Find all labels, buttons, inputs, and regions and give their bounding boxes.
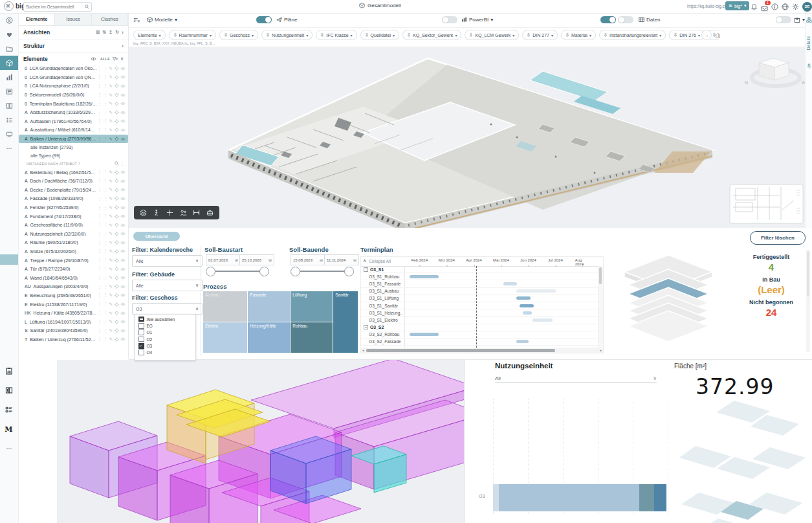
edit-icon[interactable]: ✎ (109, 284, 113, 289)
target-icon[interactable] (115, 240, 119, 245)
kebab-icon[interactable]: ⋮ (98, 214, 102, 219)
profile-icon[interactable] (0, 13, 18, 27)
element-list-item[interactable]: A_Tür (578/27/2234/0) ⋮ ⋮ ✎ (19, 265, 128, 274)
target-icon[interactable] (115, 320, 119, 324)
kebab-icon[interactable]: ⋮ (98, 337, 102, 342)
edit-icon[interactable]: ✎ (109, 137, 113, 142)
element-list-item[interactable]: 0_LCA Grundlagendaten von QNG (... ⋮ ⋮ ✎ (19, 73, 128, 82)
kebab-icon[interactable]: ⋮ (98, 187, 102, 192)
add-icon[interactable] (166, 209, 173, 216)
filter-chip[interactable]: KQ_Sektor_Gewerk ▾ (402, 30, 461, 40)
bell-icon[interactable] (751, 3, 758, 10)
chevron-right-icon[interactable]: › (122, 29, 124, 36)
checkbox[interactable] (138, 323, 144, 329)
target-icon[interactable] (115, 119, 119, 124)
element-list-item[interactable]: S_Sanitär (24019/390/43590/0) ⋮ ⋮ ✎ (19, 326, 128, 335)
edit-icon[interactable]: ✎ (109, 196, 113, 201)
kebab-icon[interactable]: ⋮ (104, 205, 108, 210)
search-input[interactable] (24, 5, 85, 9)
kebab-icon[interactable]: ⋮ (98, 258, 102, 263)
element-list-item[interactable]: E_Beleuchtung (2695/48/2651/0) ⋮ ⋮ ✎ (19, 291, 128, 300)
m-logo[interactable]: M. (0, 419, 18, 439)
measure-icon[interactable] (193, 209, 200, 216)
filter-gebaeude-select[interactable]: Alle∨ (132, 280, 203, 291)
checkbox[interactable] (138, 317, 144, 322)
kebab-icon[interactable]: ⋮ (98, 328, 102, 333)
target-icon[interactable] (115, 137, 119, 141)
toolbox-icon[interactable] (206, 209, 214, 216)
powerbi-dropdown[interactable]: PowerBI▾ (461, 15, 493, 25)
daten-toggles[interactable] (600, 15, 633, 25)
kebab-icon[interactable]: ⋮ (98, 170, 102, 175)
edit-icon[interactable]: ✎ (109, 302, 113, 307)
filter-chip[interactable]: Raumnummer ▾ (169, 30, 216, 40)
eye-icon[interactable] (120, 67, 126, 71)
nutzungseinheit-select[interactable]: All∨ (495, 374, 657, 383)
element-list-item[interactable]: A_Absturzsicherung (1033/6/3295/0) ⋮ ⋮ ✎ (19, 108, 128, 117)
element-list-item[interactable]: 0_LCA Nutzungsphase (2/2/1/0) ⋮ ⋮ ✎ (19, 82, 128, 91)
kebab-icon[interactable]: ⋮ (98, 205, 102, 210)
avatar[interactable]: SE (802, 2, 812, 12)
target-icon[interactable] (115, 249, 119, 254)
columns-icon[interactable] (0, 98, 18, 113)
element-list-item[interactable]: A_Ausstattung / Möbel (610/9/142/0) ⋮ ⋮ … (19, 126, 128, 135)
geschoss-option[interactable]: O1 (135, 329, 195, 336)
eye-icon[interactable] (120, 293, 126, 297)
eye-icon[interactable] (120, 276, 126, 280)
target-icon[interactable] (115, 302, 119, 307)
eye-icon[interactable] (120, 249, 126, 253)
kebab-icon[interactable]: ⋮ (104, 74, 108, 80)
share-nodes-icon[interactable] (806, 17, 812, 23)
layers-icon[interactable] (140, 209, 147, 216)
target-icon[interactable] (115, 337, 119, 342)
element-list-item[interactable]: A_Räume (690/51/2180/0) ⋮ ⋮ ✎ (19, 238, 128, 247)
prozess-cell[interactable]: Rohbau (291, 322, 333, 353)
kebab-icon[interactable]: ⋮ (104, 267, 108, 272)
filter-loeschen-button[interactable]: Filter löschen (750, 231, 806, 245)
kebab-icon[interactable]: ⋮ (104, 118, 108, 124)
details-vertical-tab[interactable]: Details (806, 36, 811, 50)
kebab-icon[interactable]: ⋮ (98, 179, 102, 184)
element-list-item[interactable]: AU_Aussparungen (3003/4/0/0) ⋮ ⋮ ✎ (19, 282, 128, 291)
edit-icon[interactable]: ✎ (109, 267, 113, 272)
kebab-icon[interactable]: ⋮ (98, 110, 102, 115)
kebab-icon[interactable]: ⋮ (98, 118, 102, 124)
element-list-item[interactable]: E_Elektro (11538/267/11719/0) ⋮ ⋮ ✎ (19, 300, 128, 309)
plaene-toggle[interactable] (256, 15, 272, 25)
kebab-icon[interactable]: ⋮ (104, 231, 108, 236)
edit-icon[interactable]: ✎ (109, 101, 113, 106)
target-icon[interactable] (115, 293, 119, 298)
kebab-icon[interactable]: ⋮ (104, 187, 108, 192)
target-icon[interactable] (115, 66, 119, 71)
filter-chip[interactable]: DIN 277 ▾ (522, 30, 558, 40)
kebab-icon[interactable]: ⋮ (98, 196, 102, 201)
eye-icon[interactable] (120, 285, 126, 289)
kebab-icon[interactable]: ⋮ (104, 101, 108, 106)
kebab-icon[interactable]: ⋮ (104, 83, 108, 89)
globe-icon[interactable] (782, 3, 789, 10)
edit-icon[interactable]: ✎ (109, 170, 113, 175)
checkbox[interactable] (138, 329, 144, 335)
eye-icon[interactable] (120, 197, 126, 201)
kebab-icon[interactable]: ⋮ (104, 223, 108, 228)
tab-issues[interactable]: Issues (55, 13, 91, 25)
target-icon[interactable] (115, 102, 119, 106)
kebab-icon[interactable]: ⋮ (104, 170, 108, 175)
elements-header[interactable]: Elemente ALLE ▽▾ ∨ (19, 53, 128, 64)
geschoss-option[interactable]: EG (135, 322, 195, 329)
task-bar[interactable] (516, 340, 529, 343)
element-list-item[interactable]: A_Nutzungseinheit (32/32/0/0) ⋮ ⋮ ✎ (19, 230, 128, 239)
edit-icon[interactable]: ✎ (109, 258, 113, 263)
kebab-icon[interactable]: ⋮ (104, 337, 108, 342)
kebab-icon[interactable]: ⋮ (104, 66, 108, 71)
element-list-item[interactable]: A_Fassade (1098/28/3334/0) ⋮ ⋮ ✎ (19, 194, 128, 203)
kebab-icon[interactable]: ⋮ (104, 110, 108, 115)
element-list-item[interactable]: A_Fenster (827/95/2539/0) ⋮ ⋮ ✎ (19, 203, 128, 212)
bar-segment[interactable] (493, 484, 499, 511)
kebab-icon[interactable]: ⋮ (104, 128, 108, 133)
gantt-group-row[interactable]: O3_S2 (361, 324, 603, 331)
eye-icon[interactable] (120, 188, 126, 192)
collapse-all-button[interactable]: ∧ Collapse All (363, 258, 391, 263)
filter-chip[interactable]: DIN 276 ▾ (669, 30, 705, 40)
gantt-task-row[interactable]: O3_S1_Heizung.. (361, 309, 603, 317)
